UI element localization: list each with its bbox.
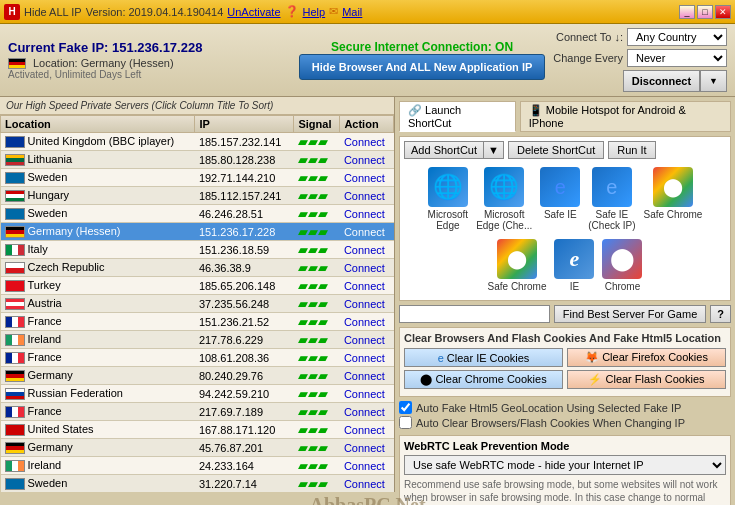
table-row: Ireland 217.78.6.229 ▰▰▰ Connect	[1, 331, 394, 349]
server-action[interactable]: Connect	[340, 331, 394, 349]
connect-link[interactable]: Connect	[344, 172, 385, 184]
connect-link[interactable]: Connect	[344, 388, 385, 400]
checkbox-area: Auto Fake Html5 GeoLocation Using Select…	[399, 401, 731, 431]
server-action[interactable]: Connect	[340, 349, 394, 367]
shortcut-tab-row: 🔗 Launch ShortCut 📱 Mobile Hotspot for A…	[399, 101, 731, 132]
browser-icon-chrome[interactable]: ⬤ Chrome	[602, 239, 642, 292]
disconnect-dropdown[interactable]: ▼	[700, 70, 727, 92]
connect-link[interactable]: Connect	[344, 154, 385, 166]
connect-link[interactable]: Connect	[344, 316, 385, 328]
maximize-button[interactable]: □	[697, 5, 713, 19]
browser-icon-safe-chrome[interactable]: ⬤ Safe Chrome	[644, 167, 703, 231]
connect-link[interactable]: Connect	[344, 406, 385, 418]
connect-link[interactable]: Connect	[344, 334, 385, 346]
clear-flash-cookies-button[interactable]: ⚡ Clear Flash Cookies	[567, 370, 726, 389]
connect-link[interactable]: Connect	[344, 226, 385, 238]
auto-fake-geolocation-checkbox[interactable]	[399, 401, 412, 414]
server-action[interactable]: Connect	[340, 367, 394, 385]
change-every-select[interactable]: Never	[627, 49, 727, 67]
table-row: Hungary 185.112.157.241 ▰▰▰ Connect	[1, 187, 394, 205]
table-row: Russian Federation 94.242.59.210 ▰▰▰ Con…	[1, 385, 394, 403]
server-action[interactable]: Connect	[340, 295, 394, 313]
col-action[interactable]: Action	[340, 116, 394, 133]
server-action[interactable]: Connect	[340, 169, 394, 187]
server-location: France	[1, 349, 195, 367]
server-signal: ▰▰▰	[294, 457, 340, 475]
server-action[interactable]: Connect	[340, 259, 394, 277]
add-shortcut-dropdown[interactable]: ▼	[484, 141, 504, 159]
help-button[interactable]: ?	[710, 305, 731, 323]
server-action[interactable]: Connect	[340, 421, 394, 439]
server-action[interactable]: Connect	[340, 133, 394, 151]
ie-label: IE	[570, 281, 579, 292]
server-action[interactable]: Connect	[340, 151, 394, 169]
delete-shortcut-button[interactable]: Delete ShortCut	[508, 141, 604, 159]
mail-link[interactable]: Mail	[342, 6, 362, 18]
table-row: France 108.61.208.36 ▰▰▰ Connect	[1, 349, 394, 367]
minimize-button[interactable]: _	[679, 5, 695, 19]
server-action[interactable]: Connect	[340, 385, 394, 403]
clear-chrome-cookies-button[interactable]: ⬤ Clear Chrome Cookies	[404, 370, 563, 389]
server-action[interactable]: Connect	[340, 475, 394, 493]
table-row: Turkey 185.65.206.148 ▰▰▰ Connect	[1, 277, 394, 295]
clear-ie-cookies-button[interactable]: e Clear IE Cookies	[404, 348, 563, 367]
server-action[interactable]: Connect	[340, 223, 394, 241]
connect-link[interactable]: Connect	[344, 136, 385, 148]
server-action[interactable]: Connect	[340, 439, 394, 457]
game-input[interactable]	[399, 305, 550, 323]
disconnect-button[interactable]: Disconnect	[623, 70, 700, 92]
browser-icon-edge[interactable]: 🌐 MicrosoftEdge	[428, 167, 469, 231]
server-location: Germany	[1, 439, 195, 457]
hide-browser-button[interactable]: Hide Browser And ALL New Application IP	[299, 54, 545, 80]
server-action[interactable]: Connect	[340, 277, 394, 295]
webrtc-mode-select[interactable]: Use safe WebRTC mode - hide your Interne…	[404, 455, 726, 475]
connect-link[interactable]: Connect	[344, 352, 385, 364]
server-action[interactable]: Connect	[340, 241, 394, 259]
browser-icon-edge2[interactable]: 🌐 MicrosoftEdge (Che...	[476, 167, 532, 231]
server-action[interactable]: Connect	[340, 205, 394, 223]
safe-chrome-icon: ⬤	[653, 167, 693, 207]
connect-link[interactable]: Connect	[344, 190, 385, 202]
connect-link[interactable]: Connect	[344, 244, 385, 256]
connect-link[interactable]: Connect	[344, 262, 385, 274]
browser-icon-safe-ie[interactable]: e Safe IE	[540, 167, 580, 231]
run-it-button[interactable]: Run It	[608, 141, 655, 159]
browser-icon-ie[interactable]: e IE	[554, 239, 594, 292]
browser-icon-safe-chrome2[interactable]: ⬤ Safe Chrome	[488, 239, 547, 292]
auto-clear-cookies-checkbox[interactable]	[399, 416, 412, 429]
find-best-server-button[interactable]: Find Best Server For Game	[554, 305, 707, 323]
connect-link[interactable]: Connect	[344, 298, 385, 310]
connect-link[interactable]: Connect	[344, 460, 385, 472]
connect-link[interactable]: Connect	[344, 280, 385, 292]
main-content: Our High Speed Private Servers (Click Co…	[0, 97, 735, 492]
table-header: Location IP Signal Action	[1, 116, 394, 133]
ip-info: Current Fake IP: 151.236.17.228 Location…	[8, 40, 291, 80]
col-location[interactable]: Location	[1, 116, 195, 133]
server-action[interactable]: Connect	[340, 187, 394, 205]
col-ip[interactable]: IP	[195, 116, 294, 133]
tab-launch-shortcut[interactable]: 🔗 Launch ShortCut	[399, 101, 516, 132]
server-action[interactable]: Connect	[340, 403, 394, 421]
server-action[interactable]: Connect	[340, 457, 394, 475]
connect-link[interactable]: Connect	[344, 370, 385, 382]
server-action[interactable]: Connect	[340, 313, 394, 331]
mail-icon: ✉	[329, 5, 338, 18]
connect-to-select[interactable]: Any Country	[627, 28, 727, 46]
server-ip: 217.78.6.229	[195, 331, 294, 349]
connect-link[interactable]: Connect	[344, 478, 385, 490]
secure-area: Secure Internet Connection: ON Hide Brow…	[299, 40, 545, 80]
add-shortcut-button[interactable]: Add ShortCut	[404, 141, 484, 159]
connect-link[interactable]: Connect	[344, 208, 385, 220]
browser-icon-safe-ie-check[interactable]: e Safe IE(Check IP)	[588, 167, 635, 231]
connect-link[interactable]: Connect	[344, 424, 385, 436]
app-version: Version: 2019.04.14.190414	[86, 6, 224, 18]
col-signal[interactable]: Signal	[294, 116, 340, 133]
clear-firefox-cookies-button[interactable]: 🦊 Clear Firefox Cookies	[567, 348, 726, 367]
unactivate-link[interactable]: UnActivate	[227, 6, 280, 18]
server-signal: ▰▰▰	[294, 241, 340, 259]
close-button[interactable]: ✕	[715, 5, 731, 19]
help-link[interactable]: Help	[303, 6, 326, 18]
title-bar: H Hide ALL IP Version: 2019.04.14.190414…	[0, 0, 735, 24]
connect-link[interactable]: Connect	[344, 442, 385, 454]
tab-mobile-hotspot[interactable]: 📱 Mobile Hotspot for Android & IPhone	[520, 101, 731, 132]
